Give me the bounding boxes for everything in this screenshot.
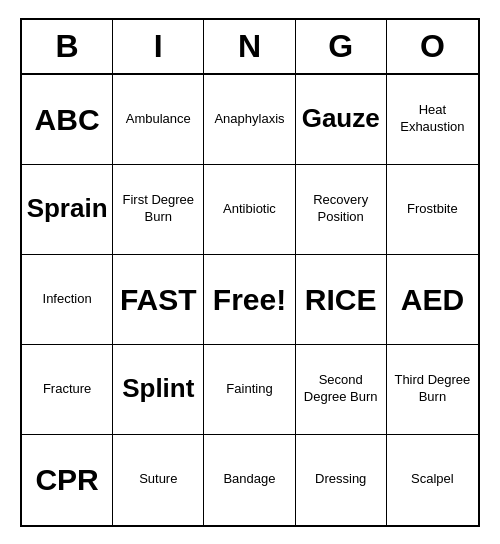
- header-letter: O: [387, 20, 478, 73]
- cell-label: RICE: [305, 280, 377, 319]
- bingo-cell: Second Degree Burn: [296, 345, 387, 435]
- header-letter: G: [296, 20, 387, 73]
- header-letter: I: [113, 20, 204, 73]
- cell-label: Sprain: [27, 192, 108, 226]
- bingo-cell: Third Degree Burn: [387, 345, 478, 435]
- cell-label: Fracture: [43, 381, 91, 398]
- cell-label: CPR: [35, 460, 98, 499]
- bingo-cell: AED: [387, 255, 478, 345]
- cell-label: Splint: [122, 372, 194, 406]
- bingo-cell: Scalpel: [387, 435, 478, 525]
- bingo-cell: Dressing: [296, 435, 387, 525]
- cell-label: Scalpel: [411, 471, 454, 488]
- cell-label: FAST: [120, 280, 197, 319]
- bingo-grid: ABCAmbulanceAnaphylaxisGauzeHeat Exhaust…: [22, 75, 478, 525]
- bingo-cell: Heat Exhaustion: [387, 75, 478, 165]
- bingo-cell: Bandage: [204, 435, 295, 525]
- bingo-cell: CPR: [22, 435, 113, 525]
- bingo-cell: Antibiotic: [204, 165, 295, 255]
- bingo-cell: Fracture: [22, 345, 113, 435]
- bingo-cell: ABC: [22, 75, 113, 165]
- bingo-cell: Frostbite: [387, 165, 478, 255]
- bingo-cell: Fainting: [204, 345, 295, 435]
- bingo-cell: Recovery Position: [296, 165, 387, 255]
- bingo-cell: Infection: [22, 255, 113, 345]
- cell-label: Dressing: [315, 471, 366, 488]
- cell-label: Free!: [213, 280, 286, 319]
- cell-label: Bandage: [223, 471, 275, 488]
- cell-label: Ambulance: [126, 111, 191, 128]
- header-letter: N: [204, 20, 295, 73]
- bingo-cell: Suture: [113, 435, 204, 525]
- cell-label: Fainting: [226, 381, 272, 398]
- cell-label: First Degree Burn: [117, 192, 199, 226]
- bingo-card: BINGO ABCAmbulanceAnaphylaxisGauzeHeat E…: [20, 18, 480, 527]
- cell-label: Recovery Position: [300, 192, 382, 226]
- bingo-header: BINGO: [22, 20, 478, 75]
- bingo-cell: FAST: [113, 255, 204, 345]
- bingo-cell: RICE: [296, 255, 387, 345]
- bingo-cell: Ambulance: [113, 75, 204, 165]
- cell-label: Suture: [139, 471, 177, 488]
- bingo-cell: First Degree Burn: [113, 165, 204, 255]
- bingo-cell: Free!: [204, 255, 295, 345]
- bingo-cell: Splint: [113, 345, 204, 435]
- cell-label: Antibiotic: [223, 201, 276, 218]
- cell-label: Infection: [43, 291, 92, 308]
- cell-label: Frostbite: [407, 201, 458, 218]
- cell-label: Second Degree Burn: [300, 372, 382, 406]
- cell-label: Third Degree Burn: [391, 372, 474, 406]
- cell-label: Heat Exhaustion: [391, 102, 474, 136]
- header-letter: B: [22, 20, 113, 73]
- bingo-cell: Sprain: [22, 165, 113, 255]
- bingo-cell: Anaphylaxis: [204, 75, 295, 165]
- cell-label: Anaphylaxis: [214, 111, 284, 128]
- cell-label: Gauze: [302, 102, 380, 136]
- bingo-cell: Gauze: [296, 75, 387, 165]
- cell-label: AED: [401, 280, 464, 319]
- cell-label: ABC: [35, 100, 100, 139]
